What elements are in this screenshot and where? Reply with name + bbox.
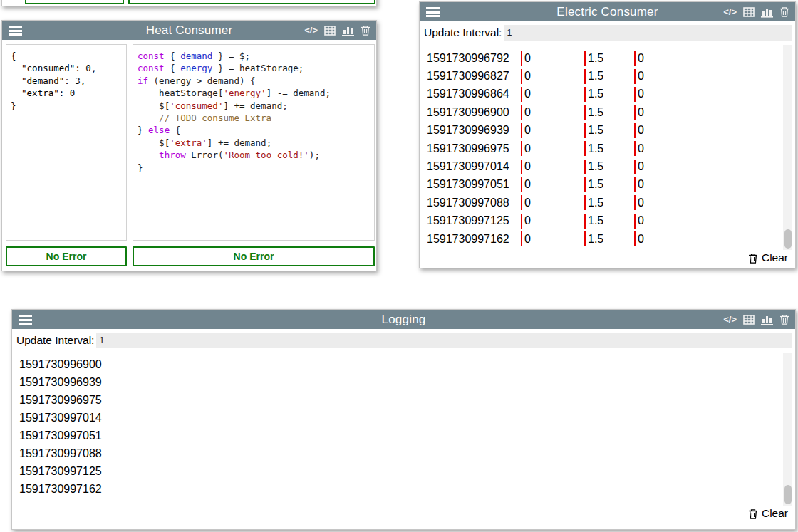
trash-icon[interactable] — [361, 25, 370, 36]
clear-button-label: Clear — [762, 507, 788, 520]
table-row: 159173099712501.50 — [423, 212, 781, 230]
table-icon[interactable] — [743, 7, 755, 17]
log-entry: 1591730997051 — [15, 427, 781, 444]
electric-consumer-header: Electric Consumer </> — [420, 2, 795, 21]
table-row: 159173099705101.50 — [423, 176, 781, 194]
panel-title: Logging — [12, 313, 795, 327]
log-entry: 1591730997125 — [15, 462, 781, 480]
scrollbar[interactable] — [783, 45, 792, 250]
panel-heat-consumer: Heat Consumer </> { "consumed": 0, "dema… — [1, 20, 377, 271]
clear-button[interactable]: Clear — [748, 251, 788, 265]
scrollbar[interactable] — [783, 353, 792, 506]
trash-icon — [748, 508, 758, 519]
status-no-error-button[interactable]: No Error — [25, 0, 124, 4]
state-json-editor[interactable]: { "consumed": 0, "demand": 3, "extra": 0… — [6, 44, 127, 241]
update-interval-label: Update Interval: — [16, 334, 94, 347]
table-row: 159173099693901.50 — [423, 122, 781, 140]
table-row: 159173099690001.50 — [423, 103, 781, 121]
chart-icon[interactable] — [761, 314, 773, 325]
electric-data-table: 159173099679201.50159173099682701.501591… — [423, 49, 781, 248]
code-icon[interactable]: </> — [723, 314, 737, 325]
logging-header: Logging </> — [12, 310, 795, 329]
table-row: 159173099682701.50 — [423, 67, 781, 85]
heat-consumer-header: Heat Consumer </> — [2, 21, 376, 40]
update-interval-label: Update Interval: — [424, 26, 502, 39]
trash-icon[interactable] — [779, 6, 789, 17]
trash-icon — [748, 253, 758, 264]
clear-button-label: Clear — [762, 251, 788, 264]
panel-partial-top: No Error No Error — [1, 0, 377, 6]
table-row: 159173099697501.50 — [423, 140, 781, 157]
trash-icon[interactable] — [779, 314, 789, 325]
chart-icon[interactable] — [342, 25, 354, 36]
log-entry: 1591730997162 — [15, 480, 781, 498]
panel-electric-consumer: Electric Consumer </> Update Interval: 1… — [419, 1, 796, 268]
panel-logging: Logging </> Update Interval: 15917309969… — [11, 309, 796, 530]
update-interval-input[interactable] — [96, 333, 792, 348]
table-row: 159173099679201.50 — [423, 49, 781, 67]
code-editor[interactable]: const { demand } = $;const { energy } = … — [133, 44, 375, 241]
scrollbar-thumb[interactable] — [784, 229, 792, 249]
table-row: 159173099686401.50 — [423, 85, 781, 103]
table-icon[interactable] — [743, 315, 755, 325]
logging-list: 1591730996900159173099693915917309969751… — [15, 355, 781, 498]
update-interval-input[interactable] — [504, 25, 792, 41]
code-icon[interactable]: </> — [723, 6, 737, 17]
code-icon[interactable]: </> — [304, 25, 318, 36]
chart-icon[interactable] — [761, 6, 773, 18]
scrollbar-thumb[interactable] — [784, 485, 792, 504]
table-row: 159173099708801.50 — [423, 194, 781, 212]
table-row: 159173099716201.50 — [423, 230, 781, 248]
table-row: 159173099701401.50 — [423, 157, 781, 175]
clear-button[interactable]: Clear — [748, 506, 788, 521]
table-icon[interactable] — [324, 26, 336, 36]
log-entry: 1591730996900 — [15, 355, 781, 373]
status-no-error-button[interactable]: No Error — [6, 246, 127, 266]
log-entry: 1591730997014 — [15, 409, 781, 427]
log-entry: 1591730997088 — [15, 444, 781, 462]
log-entry: 1591730996975 — [15, 391, 781, 409]
status-no-error-button[interactable]: No Error — [128, 0, 375, 4]
log-entry: 1591730996939 — [15, 373, 781, 391]
status-no-error-button[interactable]: No Error — [133, 246, 375, 266]
